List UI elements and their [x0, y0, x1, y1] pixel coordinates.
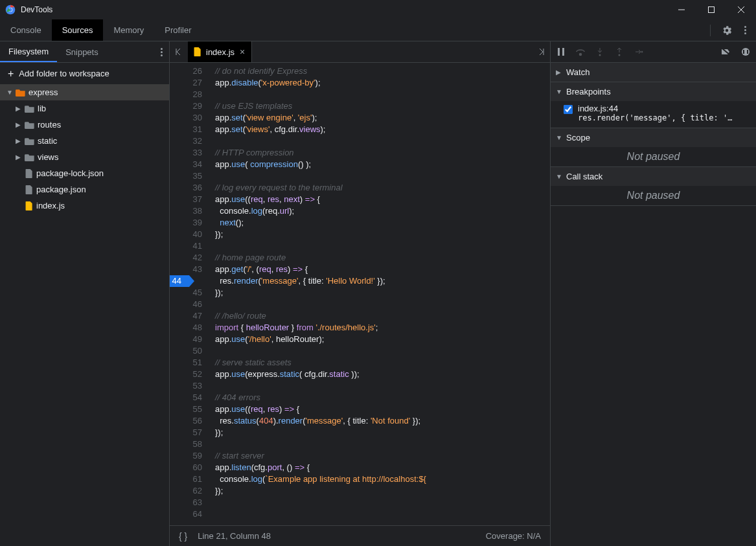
chevron-down-icon: ▼ [6, 89, 13, 96]
editor-panel: index.js × 26272829303132333435363738394… [170, 41, 550, 546]
file-icon [25, 169, 34, 178]
file-tree: ▼ express ▶lib ▶routes ▶static ▶views pa… [0, 84, 169, 546]
step-out-icon[interactable] [614, 47, 624, 57]
scope-not-paused: Not paused [551, 147, 756, 166]
editor-tab-label: index.js [206, 47, 235, 57]
chevron-down-icon: ▼ [556, 134, 564, 141]
code-editor[interactable]: 2627282930313233343536373839404142434445… [170, 63, 550, 525]
tree-folder-root[interactable]: ▼ express [0, 84, 169, 100]
folder-icon [25, 153, 35, 162]
chevron-right-icon: ▶ [16, 105, 22, 112]
panel-tabs: Console Sources Memory Profiler [0, 19, 756, 41]
chevron-right-icon: ▶ [16, 137, 22, 144]
editor-tab[interactable]: index.js × [188, 41, 252, 62]
tree-label: routes [38, 120, 61, 130]
breakpoint-location: index.js:44 [578, 104, 732, 113]
svg-point-7 [599, 54, 601, 56]
chevron-down-icon: ▼ [556, 173, 564, 180]
folder-icon [25, 104, 35, 113]
section-title: Watch [566, 67, 590, 77]
tree-label: index.js [36, 201, 65, 210]
tree-label: static [38, 136, 57, 146]
breakpoint-row[interactable]: index.js:44 res.render('message', { titl… [564, 104, 751, 122]
svg-point-9 [641, 51, 643, 52]
breakpoints-section: ▼Breakpoints index.js:44 res.render('mes… [551, 82, 756, 128]
status-bar: { } Line 21, Column 48 Coverage: N/A [170, 525, 550, 546]
close-tab-icon[interactable]: × [240, 47, 245, 57]
add-folder-button[interactable]: + Add folder to workspace [0, 63, 169, 84]
chevron-right-icon: ▶ [556, 69, 564, 76]
tab-profiler[interactable]: Profiler [154, 19, 201, 41]
tab-console[interactable]: Console [0, 19, 52, 41]
fs-tab-snippets[interactable]: Snippets [57, 41, 107, 62]
scope-header[interactable]: ▼Scope [551, 128, 756, 147]
breakpoint-checkbox[interactable] [564, 105, 573, 114]
nav-forward-icon[interactable] [532, 41, 550, 62]
js-file-icon [25, 201, 34, 210]
svg-rect-4 [558, 48, 560, 56]
watch-header[interactable]: ▶Watch [551, 63, 756, 82]
tab-sources[interactable]: Sources [52, 19, 104, 41]
deactivate-breakpoints-icon[interactable] [721, 47, 731, 57]
folder-icon [16, 88, 26, 97]
more-icon[interactable] [739, 25, 751, 36]
breakpoints-header[interactable]: ▼Breakpoints [551, 82, 756, 101]
svg-rect-5 [562, 48, 564, 56]
pretty-print-icon[interactable]: { } [179, 531, 187, 541]
tab-memory[interactable]: Memory [103, 19, 154, 41]
file-icon [25, 185, 34, 194]
tree-file[interactable]: package.json [0, 181, 169, 198]
callstack-header[interactable]: ▼Call stack [551, 167, 756, 186]
section-title: Breakpoints [566, 87, 611, 97]
svg-rect-3 [709, 7, 715, 13]
chevron-right-icon: ▶ [16, 154, 22, 161]
step-icon[interactable] [634, 47, 644, 57]
chevron-right-icon: ▶ [16, 121, 22, 128]
pause-icon[interactable] [556, 47, 566, 57]
cursor-position: Line 21, Column 48 [198, 531, 271, 541]
watch-section: ▶Watch [551, 63, 756, 82]
chevron-down-icon: ▼ [556, 88, 564, 95]
tree-label: views [38, 152, 59, 162]
settings-icon[interactable] [721, 25, 733, 36]
svg-point-10 [742, 48, 750, 56]
add-folder-label: Add folder to workspace [19, 69, 109, 78]
chrome-icon [5, 5, 16, 15]
close-button[interactable] [726, 0, 756, 19]
navigator-panel: Filesystem Snippets + Add folder to work… [0, 41, 170, 546]
debugger-panel: ▶Watch ▼Breakpoints index.js:44 res.rend… [550, 41, 756, 546]
tree-folder[interactable]: ▶lib [0, 100, 169, 117]
svg-point-6 [580, 54, 582, 56]
step-into-icon[interactable] [595, 47, 605, 57]
tree-file[interactable]: index.js [0, 198, 169, 214]
section-title: Scope [566, 133, 590, 142]
section-title: Call stack [566, 172, 602, 181]
nav-back-icon[interactable] [170, 41, 188, 62]
svg-point-8 [619, 54, 621, 56]
tree-label: package-lock.json [36, 168, 104, 178]
window-title: DevTools [21, 5, 52, 14]
separator [710, 25, 711, 36]
debugger-toolbar [551, 41, 756, 63]
code-area[interactable]: // do not identify Expressapp.disable('x… [209, 63, 550, 525]
js-file-icon [193, 47, 202, 56]
fs-tab-filesystem[interactable]: Filesystem [0, 41, 57, 62]
callstack-section: ▼Call stack Not paused [551, 167, 756, 206]
tree-label: package.json [36, 185, 86, 194]
tree-folder[interactable]: ▶routes [0, 117, 169, 133]
tree-file[interactable]: package-lock.json [0, 165, 169, 181]
tree-folder[interactable]: ▶static [0, 133, 169, 149]
line-gutter[interactable]: 2627282930313233343536373839404142434445… [170, 63, 209, 525]
breakpoint-snippet: res.render('message', { title: '… [578, 113, 732, 122]
maximize-button[interactable] [696, 0, 726, 19]
folder-icon [25, 120, 35, 130]
plus-icon: + [8, 68, 14, 80]
pause-on-exceptions-icon[interactable] [740, 47, 751, 57]
tree-folder[interactable]: ▶views [0, 149, 169, 165]
minimize-button[interactable] [667, 0, 696, 19]
navigator-more-icon[interactable] [154, 41, 169, 62]
tree-label: express [29, 87, 58, 97]
step-over-icon[interactable] [575, 47, 586, 57]
svg-rect-11 [743, 50, 744, 54]
tree-label: lib [38, 104, 46, 113]
